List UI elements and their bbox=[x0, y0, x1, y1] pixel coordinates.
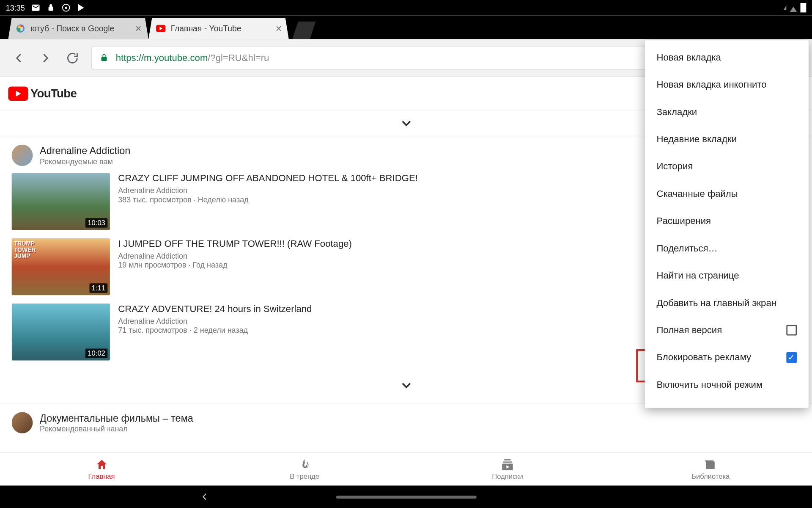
status-time: 13:35 bbox=[6, 3, 25, 12]
battery-icon bbox=[801, 3, 807, 12]
browser-tab[interactable]: ютуб - Поиск в Google × bbox=[8, 18, 148, 39]
menu-item[interactable] bbox=[645, 398, 809, 404]
chrome-icon bbox=[61, 3, 71, 12]
nav-subscriptions[interactable]: Подписки bbox=[406, 453, 609, 486]
video-channel: Adrenaline Addiction bbox=[118, 186, 418, 195]
menu-item-label: Добавить на главный экран bbox=[656, 298, 776, 308]
browser-tab[interactable]: Главная - YouTube × bbox=[148, 18, 289, 39]
menu-item[interactable]: Поделиться… bbox=[645, 235, 809, 262]
checkbox-icon[interactable] bbox=[786, 325, 797, 335]
tab-title: ютуб - Поиск в Google bbox=[30, 24, 131, 33]
channel-subtitle: Рекомендованный канал bbox=[40, 424, 193, 433]
nav-trending[interactable]: В тренде bbox=[203, 453, 406, 486]
browser-tab-strip: ютуб - Поиск в Google × Главная - YouTub… bbox=[0, 15, 812, 39]
video-duration: 10:03 bbox=[85, 218, 108, 227]
password-icon bbox=[46, 3, 55, 12]
channel-name: Adrenaline Addiction bbox=[40, 145, 130, 157]
menu-item-label: Полная версия bbox=[656, 325, 722, 335]
youtube-brand-text: YouTube bbox=[30, 86, 77, 100]
new-tab-button[interactable] bbox=[292, 21, 315, 39]
menu-item-label: Недавние вкладки bbox=[656, 134, 737, 144]
menu-item-label: Поделиться… bbox=[656, 243, 717, 254]
tab-close-icon[interactable]: × bbox=[135, 22, 142, 35]
menu-item-label: Новая вкладка инкогнито bbox=[656, 80, 766, 90]
menu-item[interactable]: Найти на странице bbox=[645, 262, 809, 289]
menu-item[interactable]: Недавние вкладки bbox=[645, 126, 809, 153]
thumbnail-overlay-text: TRUMP TOWER JUMP bbox=[14, 241, 36, 260]
menu-item[interactable]: Закладки bbox=[645, 98, 809, 125]
channel-avatar bbox=[12, 145, 33, 166]
chevron-down-icon bbox=[398, 378, 414, 393]
menu-item[interactable]: Блокировать рекламу bbox=[645, 344, 809, 371]
google-favicon-icon bbox=[15, 23, 26, 34]
video-meta: 71 тыс. просмотров · 2 недели назад bbox=[118, 326, 312, 334]
forward-button[interactable] bbox=[37, 50, 54, 66]
menu-item-label: Найти на странице bbox=[656, 271, 739, 281]
gmail-icon bbox=[31, 3, 40, 12]
chevron-down-icon bbox=[398, 115, 414, 130]
youtube-favicon-icon bbox=[156, 23, 166, 34]
menu-item-label: Расширения bbox=[656, 216, 711, 226]
video-thumbnail: 10:02 bbox=[12, 304, 110, 360]
channel-header[interactable]: Документальные фильмы – тема Рекомендова… bbox=[0, 404, 812, 438]
video-channel: Adrenaline Addiction bbox=[118, 317, 312, 326]
menu-item[interactable]: Расширения bbox=[645, 207, 809, 235]
menu-item-label: Новая вкладка bbox=[656, 52, 721, 63]
video-duration: 10:02 bbox=[85, 348, 108, 358]
nav-home[interactable]: Главная bbox=[0, 453, 203, 486]
video-channel: Adrenaline Addiction bbox=[118, 251, 352, 260]
svg-point-1 bbox=[65, 6, 67, 9]
video-title: CRAZY ADVENTURE! 24 hours in Switzerland bbox=[118, 304, 312, 314]
signal-icon bbox=[783, 6, 786, 10]
menu-item[interactable]: Скачанные файлы bbox=[645, 180, 809, 207]
video-meta: 383 тыс. просмотров · Неделю назад bbox=[118, 195, 418, 204]
browser-overflow-menu: Новая вкладкаНовая вкладка инкогнитоЗакл… bbox=[645, 40, 809, 408]
youtube-bottom-nav: Главная В тренде Подписки Библиотека bbox=[0, 452, 812, 485]
lock-icon bbox=[99, 52, 110, 63]
android-nav-bar bbox=[0, 486, 812, 508]
fire-icon bbox=[298, 458, 311, 471]
menu-item[interactable]: Добавить на главный экран bbox=[645, 289, 809, 316]
menu-item-label: Закладки bbox=[656, 107, 697, 117]
reload-button[interactable] bbox=[64, 50, 81, 66]
channel-name: Документальные фильмы – тема bbox=[40, 412, 193, 424]
menu-item[interactable]: История bbox=[645, 153, 809, 180]
nav-label: Библиотека bbox=[691, 472, 730, 480]
play-store-icon bbox=[76, 3, 85, 12]
checkbox-icon[interactable] bbox=[786, 352, 797, 363]
youtube-play-icon bbox=[8, 86, 28, 101]
wifi-icon bbox=[790, 6, 797, 12]
video-meta: 19 млн просмотров · Год назад bbox=[118, 260, 352, 269]
menu-item[interactable]: Включить ночной режим bbox=[645, 371, 809, 398]
android-status-bar: 13:35 bbox=[0, 0, 812, 15]
menu-item-label: Блокировать рекламу bbox=[656, 352, 751, 363]
nav-label: В тренде bbox=[290, 472, 319, 480]
android-back-button[interactable] bbox=[199, 491, 211, 502]
channel-subtitle: Рекомендуемые вам bbox=[40, 157, 130, 166]
tab-close-icon[interactable]: × bbox=[276, 22, 282, 35]
video-title: I JUMPED OFF THE TRUMP TOWER!!! (RAW Foo… bbox=[118, 238, 352, 249]
nav-label: Главная bbox=[88, 472, 115, 480]
home-icon bbox=[95, 458, 108, 471]
url-text: https://m.youtube.com/?gl=RU&hl=ru bbox=[116, 52, 269, 63]
nav-library[interactable]: Библиотека bbox=[609, 453, 812, 486]
tab-title: Главная - YouTube bbox=[171, 24, 271, 33]
android-home-pill[interactable] bbox=[336, 495, 476, 498]
youtube-logo[interactable]: YouTube bbox=[8, 86, 77, 101]
menu-item[interactable]: Полная версия bbox=[645, 317, 809, 344]
menu-item-label: Включить ночной режим bbox=[656, 379, 763, 390]
menu-item[interactable]: Новая вкладка bbox=[645, 44, 809, 71]
menu-item-label: Скачанные файлы bbox=[656, 188, 738, 199]
video-title: CRAZY CLIFF JUMPING OFF ABANDONED HOTEL … bbox=[118, 173, 418, 184]
channel-avatar bbox=[12, 412, 33, 433]
video-thumbnail: TRUMP TOWER JUMP 1:11 bbox=[12, 238, 110, 295]
video-thumbnail: 10:03 bbox=[12, 173, 110, 230]
library-icon bbox=[704, 458, 717, 471]
video-duration: 1:11 bbox=[89, 283, 107, 293]
menu-item-label: История bbox=[656, 161, 693, 172]
nav-label: Подписки bbox=[492, 472, 523, 480]
subscriptions-icon bbox=[501, 458, 514, 471]
menu-item[interactable]: Новая вкладка инкогнито bbox=[645, 71, 809, 98]
back-button[interactable] bbox=[11, 50, 27, 66]
